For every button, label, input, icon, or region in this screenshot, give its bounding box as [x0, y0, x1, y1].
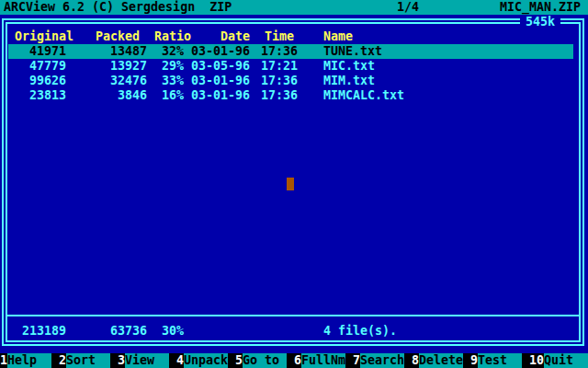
fkey-delete[interactable]: 8 Delete [412, 353, 470, 368]
summary-total-original: 213189 [7, 324, 66, 339]
fkey-goto[interactable]: 5 Go to [235, 353, 294, 368]
text-cursor-block [287, 178, 294, 190]
fkey-number: 4 [176, 353, 184, 368]
fkey-label: Unpack [184, 353, 228, 368]
cell-name: MIC.txt [323, 59, 571, 74]
fkey-label: Quit [544, 353, 588, 368]
function-key-bar: 1 Help 2 Sort 3 View 4 Unpack 5 Go to 6 … [0, 353, 588, 368]
cell-name: TUNE.txt [323, 44, 571, 59]
fkey-label: Search [360, 353, 404, 368]
fkey-test[interactable]: 9 Test [470, 353, 529, 368]
cell-name: MIM.txt [323, 74, 571, 88]
arcview-screen: { "title_bar": { "app_title": "ARCView 6… [0, 0, 588, 368]
cell-time: 17:36 [261, 44, 305, 59]
archive-size-label: 545k [520, 15, 560, 29]
fkey-label: Go to [243, 353, 287, 368]
fkey-number: 8 [412, 353, 419, 368]
fkey-view[interactable]: 3 View [118, 353, 176, 368]
cell-time: 17:36 [261, 74, 305, 88]
file-row[interactable]: 23813 3846 16% 03-01-96 17:36 MIMCALC.tx… [0, 88, 588, 103]
app-title: ARCView 6.2 (C) Sergdesign ZIP [4, 0, 232, 15]
fkey-label: Delete [419, 353, 463, 368]
cell-name: MIMCALC.txt [323, 88, 571, 103]
fkey-number: 9 [470, 353, 478, 368]
column-header-row: Original Packed Ratio Date Time Name [0, 29, 588, 44]
column-header-ratio: Ratio [154, 29, 191, 44]
fkey-label: Help [7, 353, 51, 368]
fkey-unpack[interactable]: 4 Unpack [176, 353, 235, 368]
cell-original: 99626 [7, 74, 66, 88]
cell-ratio: 29% [140, 59, 184, 74]
cell-original: 47779 [7, 59, 66, 74]
fkey-label: FullNm [301, 353, 345, 368]
title-bar: ARCView 6.2 (C) Sergdesign ZIP 1/4 MIC_M… [0, 0, 588, 15]
fkey-number: 3 [118, 353, 125, 368]
fkey-search[interactable]: 7 Search [353, 353, 412, 368]
summary-file-count: 4 file(s). [323, 324, 571, 339]
file-row[interactable]: 99626 32476 33% 03-01-96 17:36 MIM.txt [0, 74, 588, 88]
fkey-sort[interactable]: 2 Sort [59, 353, 118, 368]
column-header-name: Name [323, 29, 353, 44]
column-header-date: Date [220, 29, 250, 44]
cell-original: 41971 [7, 44, 66, 59]
cell-ratio: 33% [140, 74, 184, 88]
summary-total-ratio: 30% [140, 324, 184, 339]
summary-divider-line [7, 315, 579, 316]
summary-row: 213189 63736 30% 4 file(s). [0, 324, 588, 339]
cell-date: 03-01-96 [191, 88, 257, 103]
cell-date: 03-01-96 [191, 74, 257, 88]
fkey-label: Test [478, 353, 522, 368]
fkey-label: Sort [66, 353, 110, 368]
cell-time: 17:21 [261, 59, 305, 74]
cell-ratio: 16% [140, 88, 184, 103]
cell-original: 23813 [7, 88, 66, 103]
fkey-number: 2 [59, 353, 66, 368]
archive-name: MIC_MAN.ZIP [500, 0, 581, 15]
fkey-help[interactable]: 1 Help [0, 353, 59, 368]
cell-time: 17:36 [261, 88, 305, 103]
fkey-fullname[interactable]: 6 FullNm [294, 353, 353, 368]
cell-ratio: 32% [140, 44, 184, 59]
cell-date: 03-05-96 [191, 59, 257, 74]
column-header-packed: Packed [96, 29, 140, 44]
fkey-label: View [125, 353, 169, 368]
column-header-original: Original [15, 29, 74, 44]
cell-date: 03-01-96 [191, 44, 257, 59]
archive-position: 1/4 [397, 0, 419, 15]
fkey-number: 6 [294, 353, 301, 368]
column-header-time: Time [265, 29, 294, 44]
fkey-number: 7 [353, 353, 360, 368]
fkey-number: 1 [0, 353, 7, 368]
file-row[interactable]: 47779 13927 29% 03-05-96 17:21 MIC.txt [0, 59, 588, 74]
fkey-quit[interactable]: 10 Quit [529, 353, 588, 368]
file-row[interactable]: 41971 13487 32% 03-01-96 17:36 TUNE.txt [0, 44, 588, 59]
fkey-number: 10 [529, 353, 544, 368]
fkey-number: 5 [235, 353, 243, 368]
